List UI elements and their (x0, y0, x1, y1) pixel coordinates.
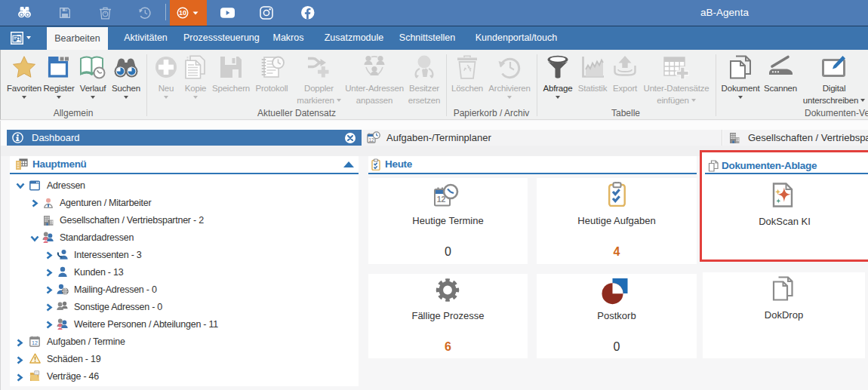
svg-text:12: 12 (368, 137, 374, 143)
svg-text:12: 12 (32, 340, 38, 345)
svg-text:10: 10 (179, 9, 186, 17)
